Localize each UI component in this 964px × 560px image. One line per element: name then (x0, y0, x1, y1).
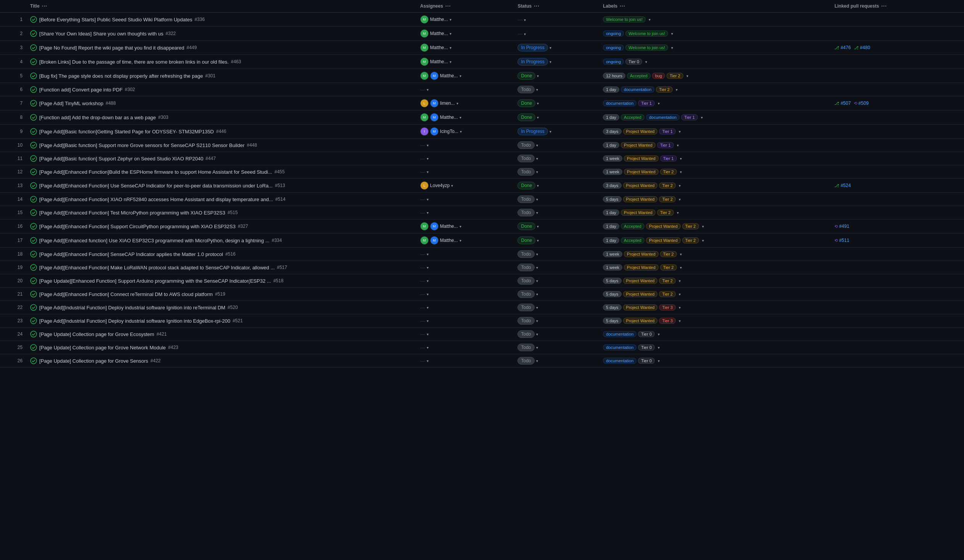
issue-number[interactable]: #488 (106, 101, 116, 106)
label-badge[interactable]: Tier 1 (638, 100, 655, 106)
issue-number[interactable]: #446 (216, 129, 226, 134)
label-badge[interactable]: Tier 2 (659, 196, 676, 202)
assignees-caret-icon[interactable]: ▾ (459, 239, 461, 243)
status-caret-icon[interactable]: ▾ (536, 305, 538, 310)
label-badge[interactable]: Tier 0 (638, 331, 655, 337)
issue-title[interactable]: [Page Add][Basic function] Support Zephy… (39, 156, 203, 162)
label-badge[interactable]: 1 week (603, 156, 622, 162)
label-badge[interactable]: Accepted (621, 237, 645, 243)
issue-number[interactable]: #519 (215, 291, 225, 297)
labels-caret-icon[interactable]: ▾ (676, 88, 677, 92)
label-badge[interactable]: Tier 3 (659, 318, 676, 324)
status-caret-icon[interactable]: ▾ (524, 32, 526, 36)
label-badge[interactable]: Tier 0 (625, 58, 642, 65)
assignees-caret-icon[interactable]: ▾ (456, 101, 458, 106)
label-badge[interactable]: documentation (603, 344, 637, 351)
labels-caret-icon[interactable]: ▾ (671, 46, 673, 50)
assignees-caret-icon[interactable]: ▾ (427, 211, 428, 215)
pr-link[interactable]: ⟲#491 (834, 224, 849, 229)
label-badge[interactable]: Accepted (621, 223, 645, 229)
status-badge[interactable]: Todo (518, 141, 534, 149)
label-badge[interactable]: Project Wanted (623, 182, 658, 188)
label-badge[interactable]: Tier 2 (666, 73, 683, 79)
status-caret-icon[interactable]: ▾ (536, 143, 538, 148)
status-caret-icon[interactable]: ▾ (549, 130, 551, 134)
label-badge[interactable]: 1 day (603, 223, 619, 229)
label-badge[interactable]: Project Wanted (623, 278, 658, 284)
label-badge[interactable]: Tier 1 (660, 156, 677, 162)
labels-caret-icon[interactable]: ▾ (686, 74, 688, 78)
issue-number[interactable]: #447 (205, 156, 216, 161)
labels-caret-icon[interactable]: ▾ (679, 183, 681, 188)
labels-col-menu-icon[interactable]: ··· (620, 3, 625, 9)
status-badge[interactable]: In Progress (518, 58, 547, 65)
label-badge[interactable]: documentation (603, 331, 637, 337)
issue-number[interactable]: #513 (275, 183, 285, 188)
issue-title[interactable]: [Page Add][Industrial Function] Deploy i… (39, 305, 225, 310)
labels-caret-icon[interactable]: ▾ (677, 143, 679, 148)
status-badge[interactable]: Done (518, 182, 536, 189)
label-badge[interactable]: Tier 1 (659, 128, 676, 135)
status-badge[interactable]: Todo (518, 155, 534, 162)
label-badge[interactable]: 5 days (603, 196, 621, 202)
issue-title[interactable]: [Page Add][Enhanced Function] Support Ci… (39, 224, 236, 229)
assignees-caret-icon[interactable]: ▾ (427, 170, 428, 174)
label-badge[interactable]: Project Wanted (621, 142, 656, 148)
issue-title[interactable]: [Page Add] TinyML workshop (39, 101, 103, 106)
labels-caret-icon[interactable]: ▾ (677, 211, 679, 215)
pr-link[interactable]: ⎇#524 (834, 183, 851, 188)
status-caret-icon[interactable]: ▾ (536, 346, 538, 350)
pr-link[interactable]: ⟲#509 (854, 101, 869, 106)
labels-caret-icon[interactable]: ▾ (671, 32, 673, 36)
label-badge[interactable]: Tier 0 (638, 344, 655, 351)
issue-title[interactable]: [Page Add][Enhanced Function] Connect re… (39, 291, 213, 297)
status-badge[interactable]: Done (518, 237, 536, 244)
status-badge[interactable]: Todo (518, 304, 534, 311)
issue-number[interactable]: #516 (225, 252, 236, 257)
status-caret-icon[interactable]: ▾ (536, 88, 538, 92)
assignees-caret-icon[interactable]: ▾ (427, 346, 428, 350)
labels-caret-icon[interactable]: ▾ (658, 346, 660, 350)
assignees-caret-icon[interactable]: ▾ (460, 130, 462, 134)
labels-caret-icon[interactable]: ▾ (658, 359, 660, 363)
status-caret-icon[interactable]: ▾ (537, 74, 539, 78)
label-badge[interactable]: 1 week (603, 265, 622, 271)
label-badge[interactable]: Tier 3 (659, 304, 676, 310)
label-badge[interactable]: Tier 1 (681, 114, 698, 120)
assignees-caret-icon[interactable]: ▾ (427, 359, 428, 363)
issue-title[interactable]: [Page No Found] Report the wiki page tha… (39, 45, 184, 51)
issue-title[interactable]: [Page Add][Industrial Function] Deploy i… (39, 318, 230, 324)
labels-caret-icon[interactable]: ▾ (679, 319, 681, 323)
issue-title[interactable]: [Function add] Convert page into PDF (39, 87, 122, 93)
labels-caret-icon[interactable]: ▾ (679, 305, 681, 310)
assignees-caret-icon[interactable]: ▾ (427, 319, 428, 323)
issue-number[interactable]: #515 (228, 210, 238, 215)
label-badge[interactable]: bug (652, 73, 665, 79)
issue-title[interactable]: [Page Update] Collection page for Grove … (39, 358, 148, 364)
issue-title[interactable]: [Page Add][Enhanced Function]Build the E… (39, 169, 272, 175)
assignees-caret-icon[interactable]: ▾ (427, 266, 428, 270)
issue-number[interactable]: #520 (228, 305, 238, 310)
label-badge[interactable]: Welcome to join us! (603, 16, 646, 23)
pr-link[interactable]: ⎇#507 (834, 101, 851, 106)
issue-title[interactable]: [Page Update][Enhanced Function] Support… (39, 278, 271, 284)
issue-number[interactable]: #322 (166, 31, 176, 36)
issue-title[interactable]: [Page Add][Basic function] Support more … (39, 143, 244, 148)
assignees-caret-icon[interactable]: ▾ (449, 32, 451, 36)
labels-caret-icon[interactable]: ▾ (702, 224, 704, 229)
assignees-caret-icon[interactable]: ▾ (427, 305, 428, 310)
issue-number[interactable]: #336 (194, 17, 205, 22)
label-badge[interactable]: Tier 2 (659, 182, 676, 188)
status-badge[interactable]: Todo (518, 250, 534, 258)
labels-caret-icon[interactable]: ▾ (679, 279, 681, 283)
issue-title[interactable]: [Page Add][Enhanced Function] SenseCAP I… (39, 252, 223, 257)
label-badge[interactable]: Welcome to join us! (625, 45, 668, 51)
issue-number[interactable]: #421 (156, 331, 167, 337)
label-badge[interactable]: 5 days (603, 291, 621, 297)
label-badge[interactable]: Tier 2 (659, 278, 676, 284)
status-caret-icon[interactable]: ▾ (537, 115, 539, 120)
issue-number[interactable]: #448 (247, 143, 257, 148)
label-badge[interactable]: Welcome to join us! (625, 31, 668, 37)
assignees-caret-icon[interactable]: ▾ (427, 88, 428, 92)
status-badge[interactable]: Todo (518, 209, 534, 216)
